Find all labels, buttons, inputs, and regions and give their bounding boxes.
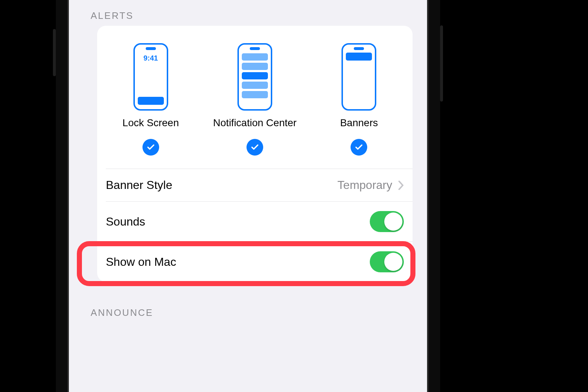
banner-style-value: Temporary — [338, 178, 392, 192]
banner-style-row[interactable]: Banner Style Temporary — [97, 169, 413, 201]
phone-side-button-left — [53, 29, 56, 76]
show-on-mac-row: Show on Mac — [97, 242, 413, 282]
banners-checkmark-icon[interactable] — [351, 139, 367, 156]
banners-icon — [341, 43, 376, 111]
announce-section-header: ANNOUNCE — [79, 307, 417, 318]
alert-style-options: 9:41 Lock Screen — [97, 26, 413, 169]
alert-option-lock-screen[interactable]: 9:41 Lock Screen — [99, 43, 203, 156]
notification-center-label: Notification Center — [213, 117, 297, 129]
banners-label: Banners — [340, 117, 378, 129]
notification-center-icon — [237, 43, 272, 111]
phone-bezel: ALERTS 9:41 Lock Screen — [56, 0, 440, 392]
show-on-mac-label: Show on Mac — [106, 255, 176, 269]
banner-style-value-wrap: Temporary — [338, 178, 404, 192]
lock-screen-checkmark-icon[interactable] — [142, 139, 159, 156]
sounds-label: Sounds — [106, 215, 145, 228]
chevron-right-icon — [398, 180, 404, 190]
settings-screen: ALERTS 9:41 Lock Screen — [79, 0, 417, 392]
lock-screen-time: 9:41 — [135, 54, 167, 62]
lock-screen-icon: 9:41 — [133, 43, 168, 111]
sounds-row: Sounds — [97, 202, 413, 242]
alerts-panel: 9:41 Lock Screen — [97, 26, 413, 282]
alerts-section-header: ALERTS — [79, 10, 417, 21]
alert-option-banners[interactable]: Banners — [307, 43, 411, 156]
notification-center-checkmark-icon[interactable] — [247, 139, 263, 156]
show-on-mac-toggle[interactable] — [370, 251, 404, 272]
lock-screen-label: Lock Screen — [123, 117, 179, 129]
alert-option-notification-center[interactable]: Notification Center — [203, 43, 307, 156]
banner-style-label: Banner Style — [106, 178, 172, 192]
toggle-knob — [384, 212, 402, 231]
phone-side-button-right — [440, 25, 443, 102]
toggle-knob — [384, 253, 402, 271]
sounds-toggle[interactable] — [370, 211, 404, 232]
